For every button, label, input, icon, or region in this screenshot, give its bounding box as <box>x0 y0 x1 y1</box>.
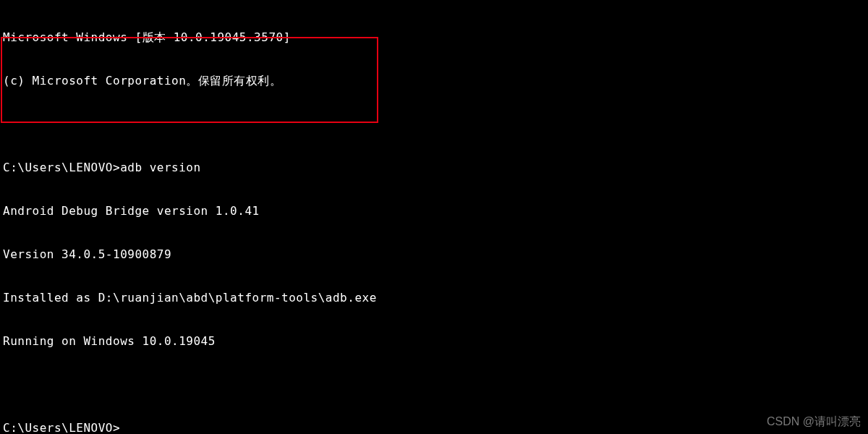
windows-version-line: Microsoft Windows [版本 10.0.19045.3570] <box>3 30 865 45</box>
output-build-version: Version 34.0.5-10900879 <box>3 247 865 262</box>
terminal-window[interactable]: Microsoft Windows [版本 10.0.19045.3570] (… <box>0 0 868 434</box>
command-input[interactable]: adb version <box>120 161 200 175</box>
blank-line <box>3 117 865 132</box>
output-install-path: Installed as D:\ruanjian\abd\platform-to… <box>3 291 865 305</box>
prompt-2[interactable]: C:\Users\LENOVO> <box>3 421 120 434</box>
prompt-1: C:\Users\LENOVO> <box>3 161 120 175</box>
blank-line-2 <box>3 378 865 392</box>
output-running-on: Running on Windows 10.0.19045 <box>3 334 865 349</box>
copyright-line: (c) Microsoft Corporation。保留所有权利。 <box>3 74 865 88</box>
output-adb-version: Android Debug Bridge version 1.0.41 <box>3 204 865 218</box>
watermark-text: CSDN @请叫漂亮 <box>767 414 861 430</box>
